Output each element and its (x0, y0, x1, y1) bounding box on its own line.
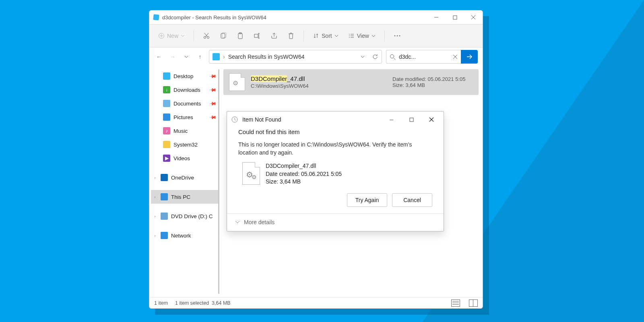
sidebar-item-network[interactable]: ›Network (151, 229, 219, 242)
sidebar-item-label: System32 (173, 142, 198, 148)
svg-point-2 (204, 37, 206, 39)
details-view-button[interactable] (451, 299, 460, 307)
close-button[interactable] (464, 11, 483, 24)
maximize-icon (453, 15, 457, 20)
more-details-label: More details (244, 219, 275, 225)
location-icon (213, 53, 220, 60)
sidebar-item-label: OneDrive (171, 175, 194, 181)
cancel-button[interactable]: Cancel (392, 193, 432, 207)
search-box[interactable]: d3dc... (386, 50, 461, 64)
sidebar-item-onedrive[interactable]: ›OneDrive (151, 171, 219, 184)
chevron-down-icon[interactable] (361, 56, 365, 58)
sidebar-item-label: Network (171, 233, 191, 239)
status-bar: 1 item 1 item selected 3,64 MB (149, 297, 483, 308)
delete-button[interactable] (283, 28, 299, 44)
recent-button[interactable] (182, 56, 191, 58)
try-again-button[interactable]: Try Again (347, 193, 387, 207)
rename-button[interactable] (250, 28, 265, 44)
rename-icon (254, 32, 261, 39)
drive-icon (161, 232, 168, 239)
breadcrumb[interactable]: Search Results in SysWOW64 (228, 54, 305, 60)
view-button[interactable]: View (344, 28, 380, 44)
address-bar[interactable]: › Search Results in SysWOW64 (209, 50, 382, 64)
maximize-button[interactable] (446, 11, 464, 24)
more-button[interactable] (390, 28, 405, 44)
chevron-right-icon: › (154, 233, 156, 238)
pin-icon: 📌 (209, 72, 217, 80)
refresh-icon[interactable] (372, 54, 378, 60)
pin-icon: 📌 (209, 99, 217, 108)
dialog-minimize-button[interactable] (383, 114, 399, 126)
up-button[interactable]: ↑ (195, 54, 205, 60)
clock-icon (231, 116, 238, 123)
minimize-icon (434, 15, 439, 20)
paste-button[interactable] (233, 28, 248, 44)
chevron-right-icon: › (154, 214, 156, 219)
window-title: d3dcompiler - Search Results in SysWOW64 (162, 14, 266, 21)
search-result-item[interactable]: ⚙ D3DCompiler_47.dll C:\Windows\SysWOW64… (223, 69, 479, 95)
chevron-down-icon (334, 35, 339, 37)
item-count: 1 item (154, 300, 168, 306)
titlebar: d3dcompiler - Search Results in SysWOW64 (149, 10, 483, 24)
sidebar-item-system32[interactable]: System32 (151, 138, 219, 151)
search-query: d3dc... (399, 54, 450, 60)
new-button[interactable]: New (154, 28, 189, 44)
dialog-footer[interactable]: More details (227, 213, 444, 231)
back-button[interactable]: ← (154, 54, 164, 60)
chevron-down-icon (235, 221, 240, 224)
copy-icon (220, 32, 227, 39)
dialog-close-button[interactable] (423, 114, 440, 126)
view-label: View (357, 33, 369, 39)
dialog-file-info: ⚙⚙ D3DCompiler_47.dll Date created: 05.0… (242, 162, 432, 186)
svg-point-9 (394, 35, 395, 37)
sidebar-item-pictures[interactable]: Pictures📌 (151, 110, 219, 124)
forward-button[interactable]: → (168, 54, 178, 60)
clear-search-icon[interactable] (453, 54, 458, 59)
view-icon (348, 33, 355, 39)
chevron-right-icon: › (154, 194, 156, 199)
svg-rect-0 (453, 16, 457, 19)
sidebar-item-music[interactable]: ♪Music (151, 124, 219, 138)
sidebar-item-this-pc[interactable]: ›This PC (151, 190, 219, 204)
thumbnails-view-button[interactable] (469, 299, 478, 307)
dll-file-icon: ⚙ (229, 73, 245, 91)
sidebar-item-documents[interactable]: Documents📌 (151, 97, 219, 110)
sidebar-item-label: This PC (171, 194, 190, 200)
svg-point-11 (399, 35, 400, 37)
search-submit-button[interactable] (461, 50, 478, 64)
svg-rect-8 (254, 34, 258, 37)
svg-point-10 (396, 35, 398, 37)
sidebar-item-label: Documents (173, 101, 201, 107)
chevron-down-icon (184, 56, 188, 58)
app-icon (153, 14, 159, 20)
arrow-right-icon (466, 54, 473, 60)
nav-row: ← → ↑ › Search Results in SysWOW64 d3dc.… (149, 47, 483, 66)
pin-icon: 📌 (209, 113, 217, 122)
folder-icon (163, 100, 170, 107)
dialog-message: This is no longer located in C:\Windows\… (238, 141, 432, 157)
dialog-file-name: D3DCompiler_47.dll (266, 162, 342, 170)
svg-rect-6 (238, 33, 242, 39)
breadcrumb-separator: › (223, 54, 225, 60)
chevron-down-icon (372, 35, 376, 37)
sort-label: Sort (322, 33, 332, 39)
cut-button[interactable] (199, 28, 214, 44)
sidebar-item-label: Downloads (173, 87, 200, 93)
share-icon (270, 32, 278, 39)
sidebar-item-desktop[interactable]: Desktop📌 (151, 69, 219, 83)
minimize-button[interactable] (427, 11, 446, 24)
sidebar-item-videos[interactable]: ▶Videos (151, 151, 219, 165)
sidebar-item-dvd-drive-d-c[interactable]: ›DVD Drive (D:) C (151, 209, 219, 223)
search-icon (390, 54, 396, 60)
file-name: D3DCompiler_47.dll (251, 75, 387, 82)
sidebar-item-downloads[interactable]: ↓Downloads📌 (151, 83, 219, 97)
pin-icon: 📌 (209, 86, 217, 94)
folder-icon (163, 72, 170, 80)
copy-button[interactable] (216, 28, 231, 44)
share-button[interactable] (266, 28, 282, 44)
sort-button[interactable]: Sort (309, 28, 343, 44)
dialog-maximize-button[interactable] (403, 114, 419, 126)
close-icon (471, 15, 476, 20)
file-path: C:\Windows\SysWOW64 (251, 83, 387, 89)
clipboard-icon (237, 32, 244, 39)
